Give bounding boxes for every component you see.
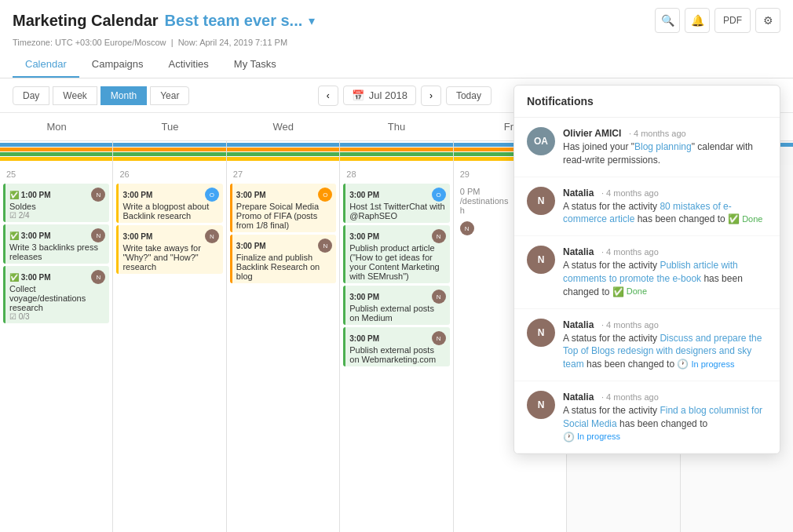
notif-avatar-5: N <box>527 391 555 419</box>
day-number-wed: 27 <box>230 168 336 180</box>
avatar-fri: N <box>460 221 474 235</box>
notification-item-4[interactable]: N Natalia · 4 months ago A status for th… <box>514 309 780 381</box>
bar-orange <box>0 148 112 151</box>
avatar-soldes: N <box>91 188 105 202</box>
settings-button[interactable]: ⚙ <box>755 8 780 33</box>
event-takeaways[interactable]: 3:00 PM N Write take aways for "Why?" an… <box>116 225 222 274</box>
event-twitter[interactable]: 3:00 PM O Host 1st TwitterChat with @Rap… <box>343 184 449 223</box>
notif-link-2[interactable]: 80 mistakes of e-commerce article <box>563 201 732 225</box>
notif-link-3[interactable]: Publish article with comments to promote… <box>563 260 738 284</box>
team-title: Best team ever s... <box>165 12 303 30</box>
tab-calendar[interactable]: Calendar <box>13 52 79 78</box>
notif-content-5: Natalia · 4 months ago A status for the … <box>563 391 767 443</box>
notif-text-5: A status for the activity Find a blog co… <box>563 404 767 443</box>
current-month-display: 📅 Jul 2018 <box>343 86 416 105</box>
month-view-button[interactable]: Month <box>100 86 147 105</box>
header-top: Marketing Calendar Best team ever s... ▾… <box>13 8 780 33</box>
avatar-backlinks: N <box>91 228 105 242</box>
bar-green <box>0 152 112 156</box>
header-mon: Mon <box>0 113 113 140</box>
date-navigator: ‹ 📅 Jul 2018 › Today <box>318 86 492 106</box>
notif-avatar-1: OA <box>527 127 555 155</box>
prev-month-button[interactable]: ‹ <box>318 86 338 106</box>
notif-user-1: Olivier AMICI <box>563 128 621 139</box>
avatar-takeaways: N <box>205 229 219 243</box>
status-done-3: ✅ Done <box>612 286 647 299</box>
notif-link-5[interactable]: Find a blog columnist for Social Media <box>563 405 762 429</box>
header-title: Marketing Calendar Best team ever s... ▾ <box>13 12 315 30</box>
status-progress-5: 🕐 In progress <box>563 431 620 444</box>
notif-time-3: · 4 months ago <box>601 247 659 257</box>
tab-my-tasks[interactable]: My Tasks <box>221 52 289 78</box>
header-actions: 🔍 🔔 PDF ⚙ <box>655 8 780 33</box>
notif-user-3: Natalia <box>563 246 594 257</box>
event-fifa[interactable]: 3:00 PM O Prepare Soical Media Promo of … <box>230 184 336 232</box>
tab-campaigns[interactable]: Campaigns <box>79 52 156 78</box>
event-collect[interactable]: ✅ 3:00 PM N Collect voyage/destinations … <box>3 266 109 323</box>
event-blogpost[interactable]: 3:00 PM O Write a blogpost about Backlin… <box>116 184 222 223</box>
bar-blue <box>0 143 112 147</box>
next-month-button[interactable]: › <box>421 86 441 106</box>
status-done-2: ✅ Done <box>728 213 762 226</box>
notif-time-5: · 4 months ago <box>601 392 659 402</box>
notif-avatar-3: N <box>527 246 555 274</box>
search-button[interactable]: 🔍 <box>655 8 680 33</box>
week-view-button[interactable]: Week <box>53 86 97 105</box>
notif-content-1: Olivier AMICI · 4 months ago Has joined … <box>563 127 767 167</box>
event-soldes[interactable]: ✅ 1:00 PM N Soldes ☑ 2/4 <box>3 184 109 222</box>
bar-yellow <box>0 157 112 161</box>
notification-item-2[interactable]: N Natalia · 4 months ago A status for th… <box>514 177 780 237</box>
day-number-thu: 28 <box>343 168 449 180</box>
year-view-button[interactable]: Year <box>150 86 189 105</box>
notif-text-1: Has joined your "Blog planning" calendar… <box>563 140 767 167</box>
day-cell-wed[interactable]: 27 3:00 PM O Prepare Soical Media Promo … <box>227 165 339 532</box>
notifications-header: Notifications <box>514 86 780 118</box>
header-thu: Thu <box>340 113 453 140</box>
avatar-medium: N <box>432 290 446 304</box>
tue-color-bars <box>113 141 225 165</box>
wed-color-bars <box>227 141 339 165</box>
day-number-mon: 25 <box>3 168 109 180</box>
avatar-product: N <box>432 229 446 243</box>
day-cell-mon[interactable]: 25 ✅ 1:00 PM N Soldes ☑ 2/4 ✅ 3:00 PM N … <box>0 165 112 532</box>
avatar-finalize: N <box>318 239 332 253</box>
avatar-fifa: O <box>318 188 332 202</box>
timezone-info: Timezone: UTC +03:00 Europe/Moscow | Now… <box>13 38 780 47</box>
avatar-twitter: O <box>432 188 446 202</box>
notifications-list: OA Olivier AMICI · 4 months ago Has join… <box>514 118 780 454</box>
nav-tabs: Calendar Campaigns Activities My Tasks <box>13 52 780 78</box>
day-number-tue: 26 <box>116 168 222 180</box>
today-button[interactable]: Today <box>446 86 492 105</box>
notif-text-4: A status for the activity Discuss and pr… <box>563 332 767 371</box>
view-switcher: Day Week Month Year <box>13 86 189 105</box>
notif-content-2: Natalia · 4 months ago A status for the … <box>563 187 767 227</box>
notification-item-1[interactable]: OA Olivier AMICI · 4 months ago Has join… <box>514 118 780 177</box>
header-tue: Tue <box>113 113 226 140</box>
event-webmarketing[interactable]: 3:00 PM N Publish external posts on Webm… <box>343 327 449 366</box>
notif-user-4: Natalia <box>563 319 594 330</box>
header: Marketing Calendar Best team ever s... ▾… <box>0 0 793 78</box>
tab-activities[interactable]: Activities <box>156 52 221 78</box>
app-title: Marketing Calendar <box>13 12 159 30</box>
header-wed: Wed <box>227 113 340 140</box>
day-view-button[interactable]: Day <box>13 86 49 105</box>
event-backlinks[interactable]: ✅ 3:00 PM N Write 3 backlinks press rele… <box>3 224 109 264</box>
event-product[interactable]: 3:00 PM N Publish product article ("How … <box>343 225 449 283</box>
notification-button[interactable]: 🔔 <box>685 8 710 33</box>
notif-text-3: A status for the activity Publish articl… <box>563 259 767 298</box>
day-cell-thu[interactable]: 28 3:00 PM O Host 1st TwitterChat with @… <box>340 165 452 532</box>
event-medium[interactable]: 3:00 PM N Publish external posts on Medi… <box>343 286 449 325</box>
notification-item-3[interactable]: N Natalia · 4 months ago A status for th… <box>514 236 780 308</box>
notif-time-4: · 4 months ago <box>601 320 659 330</box>
pdf-button[interactable]: PDF <box>714 8 751 33</box>
notif-link-1[interactable]: Blog planning <box>634 141 692 152</box>
notification-item-5[interactable]: N Natalia · 4 months ago A status for th… <box>514 381 780 454</box>
avatar-blogpost: O <box>205 188 219 202</box>
notif-user-2: Natalia <box>563 188 594 199</box>
notif-time-2: · 4 months ago <box>601 188 659 198</box>
mon-color-bars <box>0 141 112 165</box>
event-finalize[interactable]: 3:00 PM N Finalize and publish Backlink … <box>230 235 336 283</box>
notif-content-3: Natalia · 4 months ago A status for the … <box>563 246 767 298</box>
dropdown-icon[interactable]: ▾ <box>309 13 315 28</box>
day-cell-tue[interactable]: 26 3:00 PM O Write a blogpost about Back… <box>113 165 225 532</box>
